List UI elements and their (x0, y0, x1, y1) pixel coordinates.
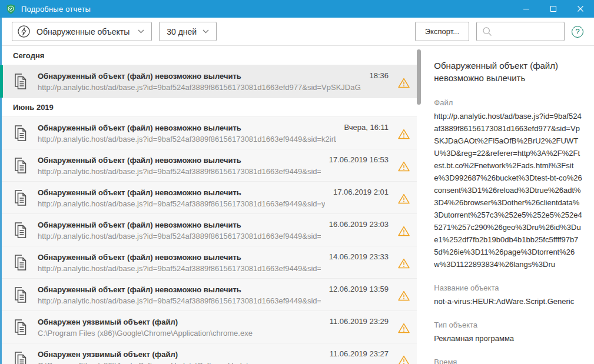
file-copy-icon (13, 254, 28, 271)
file-copy-icon (13, 351, 28, 364)
event-url: http://p.analytic.host/ad/base.js?id=9ba… (38, 83, 361, 92)
file-label: Файл (434, 98, 582, 107)
event-time: 11.06.2019 23:29 (330, 317, 389, 326)
event-time: 12.06.2019 13:59 (329, 285, 389, 293)
event-time: 16.06.2019 23:03 (329, 220, 389, 229)
event-time: 14.06.2019 23:33 (329, 252, 389, 261)
period-dropdown[interactable]: 30 дней (159, 22, 217, 41)
object-name-value: not-a-virus:HEUR:AdWare.Script.Generic (434, 295, 582, 308)
maximize-button[interactable] (540, 0, 567, 18)
event-row[interactable]: Обнаружен уязвимый объект (файл) C:\Prog… (0, 343, 417, 364)
event-url: http://p.analytic.host/ad/base.js?id=9ba… (38, 135, 336, 143)
event-title: Обнаруженный объект (файл) невозможно вы… (38, 188, 325, 197)
event-title: Обнаруженный объект (файл) невозможно вы… (38, 285, 321, 294)
event-row[interactable]: Обнаруженный объект (файл) невозможно вы… (0, 182, 417, 214)
warning-triangle-icon (398, 323, 410, 333)
file-copy-icon (13, 125, 28, 142)
warning-triangle-icon (398, 193, 410, 204)
file-copy-icon (13, 319, 28, 336)
event-title: Обнаруженный объект (файл) невозможно вы… (38, 221, 321, 229)
file-copy-icon (13, 286, 28, 303)
details-panel: Обнаруженный объект (файл) невозможно вы… (423, 46, 594, 364)
chevron-down-icon (203, 29, 209, 34)
event-time: 11.06.2019 23:27 (330, 349, 389, 358)
warning-triangle-icon (398, 290, 410, 301)
event-row[interactable]: Обнаруженный объект (файл) невозможно вы… (0, 279, 417, 311)
window-title: Подробные отчеты (21, 5, 91, 14)
time-label: Время (434, 358, 582, 364)
event-title: Обнаружен уязвимый объект (файл) (38, 350, 321, 359)
export-button[interactable]: Экспорт... (415, 22, 469, 41)
warning-triangle-icon (398, 258, 410, 269)
section-header-today: Сегодня (0, 46, 417, 65)
shield-check-icon (5, 4, 16, 15)
main-area: Сегодня Обнаруженный объект (файл) невоз… (0, 46, 594, 364)
minimize-button[interactable] (513, 0, 540, 18)
object-name-label: Название объекта (434, 283, 582, 292)
warning-triangle-icon (398, 355, 410, 364)
file-value: http://p.analytic.host/ad/base.js?id=9ba… (434, 110, 582, 271)
event-url: http://p.analytic.host/ad/base.js?id=9ba… (38, 296, 321, 305)
report-type-label: Обнаруженные объекты (36, 27, 130, 36)
list-scrollbar[interactable] (417, 49, 421, 105)
warning-triangle-icon (398, 161, 410, 172)
event-row[interactable]: Обнаруженный объект (файл) невозможно вы… (0, 117, 417, 149)
search-icon (482, 26, 492, 36)
search-input[interactable] (476, 22, 565, 41)
event-title: Обнаруженный объект (файл) невозможно вы… (38, 253, 321, 262)
window-left-border (0, 0, 2, 364)
event-path: C:\Program Files (x86)\Apple Software Up… (38, 361, 321, 364)
event-title: Обнаруженный объект (файл) невозможно вы… (38, 156, 321, 165)
events-list-column: Сегодня Обнаруженный объект (файл) невоз… (0, 46, 423, 364)
close-button[interactable] (567, 0, 594, 18)
events-list: Сегодня Обнаруженный объект (файл) невоз… (0, 46, 417, 364)
event-url: http://p.analytic.host/ad/base.js?id=9ba… (38, 232, 321, 241)
file-copy-icon (13, 157, 28, 174)
period-label: 30 дней (167, 27, 197, 36)
warning-triangle-icon (398, 78, 410, 88)
event-time: 17.06.2019 16:53 (329, 155, 389, 164)
chevron-down-icon (138, 29, 144, 34)
event-time: 17.06.2019 2:01 (333, 188, 389, 196)
event-url: http://p.analytic.host/ad/base.js?id=9ba… (38, 264, 321, 273)
warning-triangle-icon (398, 226, 410, 236)
object-type-label: Тип объекта (434, 320, 582, 329)
event-row[interactable]: Обнаруженный объект (файл) невозможно вы… (0, 65, 417, 98)
event-row[interactable]: Обнаружен уязвимый объект (файл) C:\Prog… (0, 311, 417, 343)
titlebar: Подробные отчеты (0, 0, 594, 18)
export-button-label: Экспорт... (425, 27, 459, 36)
event-time: Вчера, 16:11 (344, 123, 389, 132)
event-row[interactable]: Обнаруженный объект (файл) невозможно вы… (0, 149, 417, 182)
file-copy-icon (13, 73, 28, 90)
file-copy-icon (13, 222, 28, 239)
event-url: http://p.analytic.host/ad/base.js?id=9ba… (38, 167, 321, 176)
event-row[interactable]: Обнаруженный объект (файл) невозможно вы… (0, 214, 417, 246)
lightning-circle-icon (17, 25, 31, 38)
section-header-june: Июнь 2019 (0, 98, 417, 117)
event-title: Обнаруженный объект (файл) невозможно вы… (38, 72, 361, 81)
report-type-dropdown[interactable]: Обнаруженные объекты (12, 22, 152, 41)
event-path: C:\Program Files (x86)\Google\Chrome\App… (38, 329, 321, 338)
warning-triangle-icon (398, 129, 410, 139)
event-time: 18:36 (369, 71, 389, 80)
details-title: Обнаруженный объект (файл) невозможно вы… (434, 59, 581, 84)
toolbar: Обнаруженные объекты 30 дней Экспорт... … (0, 18, 594, 46)
event-url: http://p.analytic.host/ad/base.js?id=9ba… (38, 199, 325, 208)
object-type-value: Рекламная программа (434, 332, 582, 345)
help-icon[interactable]: ? (572, 26, 583, 38)
event-title: Обнаруженный объект (файл) невозможно вы… (38, 123, 336, 132)
detailed-reports-window: Подробные отчеты Обнаруженные объекты (0, 0, 594, 364)
window-controls (513, 0, 594, 18)
event-row[interactable]: Обнаруженный объект (файл) невозможно вы… (0, 246, 417, 279)
file-copy-icon (13, 189, 28, 206)
event-title: Обнаружен уязвимый объект (файл) (38, 318, 321, 326)
